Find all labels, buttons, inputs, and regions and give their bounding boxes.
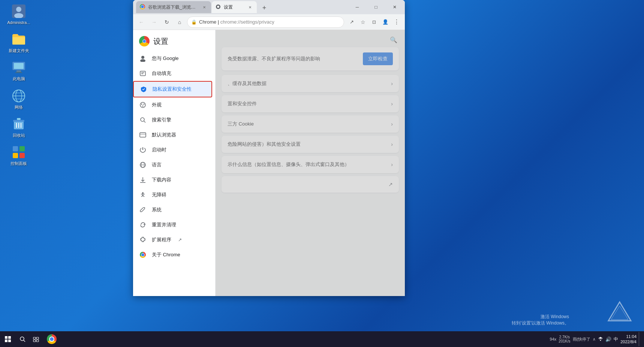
content-search-button[interactable]: 🔍 (388, 34, 399, 45)
win-activate-text: 激活 Windows 转到'设置'以激活 Windows。 (512, 314, 569, 326)
nav-item-language[interactable]: 语言 (133, 157, 212, 172)
svg-rect-13 (13, 120, 24, 122)
accessibility-icon (139, 191, 147, 199)
desktop-icons: Administra... 新建文件夹 此电脑 (6, 4, 32, 166)
nav-label-search: 搜索引擎 (152, 117, 171, 123)
puzzle-icon (139, 236, 147, 244)
nav-item-system[interactable]: 系统 (133, 202, 212, 217)
new-tab-button[interactable]: + (259, 3, 270, 13)
chevron-right-icon-2: › (391, 101, 393, 107)
window-close-button[interactable]: ✕ (386, 1, 403, 13)
nav-item-autofill[interactable]: 自动填充 (133, 66, 212, 81)
svg-rect-5 (16, 70, 21, 72)
chevron-right-icon-4: › (391, 141, 393, 147)
url-path: chrome://settings/privacy (220, 19, 274, 25)
split-view-button[interactable]: ⊡ (369, 17, 379, 27)
taskbar-network-icon[interactable] (598, 336, 603, 343)
settings-header: 设置 (133, 30, 215, 51)
desktop-icon-thispc[interactable]: 此电脑 (6, 60, 32, 81)
svg-rect-6 (15, 72, 22, 73)
svg-rect-48 (8, 340, 11, 342)
title-bar: 谷歌浏览器下载_浏览器官网入口... ✕ 设置 ✕ + ─ □ ✕ (133, 0, 405, 14)
tab1-favicon (140, 4, 146, 10)
menu-button[interactable]: ⋮ (391, 17, 402, 27)
back-button[interactable]: ← (136, 17, 147, 27)
desktop-icon-admin[interactable]: Administra... (6, 4, 32, 25)
account-button[interactable]: 👤 (380, 17, 391, 27)
tab-2[interactable]: 设置 ✕ (212, 1, 257, 13)
svg-rect-54 (36, 340, 39, 342)
network-icon (11, 88, 26, 103)
nav-item-default-browser[interactable]: 默认浏览器 (133, 127, 212, 142)
external-link-icon: ↗ (388, 181, 393, 187)
card-item-permissions[interactable]: 示什么信息（如位置信息、摄像头、弹出式窗口及其他） › (222, 156, 399, 173)
desktop-icon-recycle[interactable]: 回收站 (6, 117, 32, 138)
third-party-text: 三方 Cookie (228, 121, 391, 127)
card-item-cookies-cache[interactable]: 、缓存及其他数据 › (222, 75, 399, 92)
nav-item-extensions[interactable]: 扩展程序 ↗ (133, 232, 212, 247)
taskbar-show-desktop[interactable] (639, 332, 641, 346)
svg-rect-21 (19, 153, 25, 158)
nav-item-you-google[interactable]: 您与 Google (133, 51, 212, 66)
forward-button[interactable]: → (149, 17, 159, 27)
tab2-close[interactable]: ✕ (247, 4, 253, 10)
nav-item-about[interactable]: 关于 Chrome (133, 247, 212, 262)
tab2-title: 设置 (224, 4, 245, 10)
privacy-check-card: 免受数据泄露、不良扩展程序等问题的影响 立即检查 (222, 47, 399, 70)
nav-label-extensions: 扩展程序 (152, 236, 171, 243)
settings-chrome-icon (139, 36, 150, 46)
nav-label-autofill: 自动填充 (152, 70, 171, 77)
taskbar: 94x 2.7K/s 201K/s 雨(快停了 ∧ 🔊 中 11:04 2022… (0, 331, 644, 347)
admin-icon (11, 4, 26, 19)
home-button[interactable]: ⌂ (174, 17, 185, 27)
default-browser-icon (139, 131, 147, 139)
tab1-close[interactable]: ✕ (201, 4, 207, 10)
settings-content: 🔍 免受数据泄露、不良扩展程序等问题的影响 立即检查 、缓存及其他数据 › (216, 30, 405, 296)
download-icon (139, 176, 147, 184)
nav-item-appearance[interactable]: 外观 (133, 97, 212, 112)
bottom-right-area (607, 300, 633, 326)
desktop-icon-network[interactable]: 网络 (6, 88, 32, 110)
nav-label-startup: 启动时 (152, 147, 166, 153)
nav-item-downloads[interactable]: 下载内容 (133, 172, 212, 187)
shield-icon (140, 85, 147, 93)
svg-rect-37 (140, 133, 146, 137)
svg-point-26 (141, 56, 144, 59)
nav-item-privacy[interactable]: 隐私设置和安全性 (133, 81, 212, 97)
svg-point-32 (141, 104, 142, 105)
taskbar-up-arrow[interactable]: ∧ (593, 337, 596, 342)
card-item-safe-browsing[interactable]: 危险网站的侵害）和其他安全设置 › (222, 136, 399, 153)
tab-1[interactable]: 谷歌浏览器下载_浏览器官网入口... ✕ (136, 1, 211, 13)
window-maximize-button[interactable]: □ (367, 1, 385, 13)
desktop-icon-folder[interactable]: 新建文件夹 (6, 32, 32, 53)
settings-card-third-party: 三方 Cookie › (222, 115, 399, 133)
card-item-external[interactable]: ↗ (222, 176, 399, 193)
recycle-icon (11, 117, 26, 132)
taskbar-chrome-button[interactable] (44, 332, 59, 346)
browser-window: 谷歌浏览器下载_浏览器官网入口... ✕ 设置 ✕ + ─ □ ✕ (133, 0, 405, 296)
address-bar[interactable]: 🔒 Chrome | chrome://settings/privacy (187, 16, 344, 28)
taskbar-clock[interactable]: 11:04 2022/8/4 (620, 334, 637, 345)
desktop-icon-control[interactable]: 控制面板 (6, 145, 32, 166)
nav-item-startup[interactable]: 启动时 (133, 142, 212, 157)
card-item-security[interactable]: 置和安全控件 › (222, 95, 399, 112)
taskbar-volume-icon[interactable]: 🔊 (605, 337, 611, 342)
desktop: Administra... 新建文件夹 此电脑 (0, 0, 644, 347)
nav-item-accessibility[interactable]: 无障碍 (133, 187, 212, 202)
window-controls: ─ □ ✕ (349, 1, 403, 13)
share-button[interactable]: ↗ (346, 17, 357, 27)
nav-item-search[interactable]: 搜索引擎 (133, 112, 212, 127)
taskbar-search-button[interactable] (16, 331, 29, 347)
bookmark-button[interactable]: ☆ (358, 17, 368, 27)
start-button[interactable] (0, 331, 16, 347)
about-chrome-icon (139, 251, 147, 259)
nav-item-reset[interactable]: 重置并清理 (133, 217, 212, 232)
card-item-third-party[interactable]: 三方 Cookie › (222, 115, 399, 133)
taskbar-task-view[interactable] (29, 331, 43, 347)
tab1-title: 谷歌浏览器下载_浏览器官网入口... (148, 4, 199, 10)
svg-point-25 (217, 6, 219, 8)
window-minimize-button[interactable]: ─ (349, 1, 366, 13)
reload-button[interactable]: ↻ (162, 17, 172, 27)
control-label: 控制面板 (10, 161, 27, 166)
check-now-button[interactable]: 立即检查 (363, 52, 393, 65)
